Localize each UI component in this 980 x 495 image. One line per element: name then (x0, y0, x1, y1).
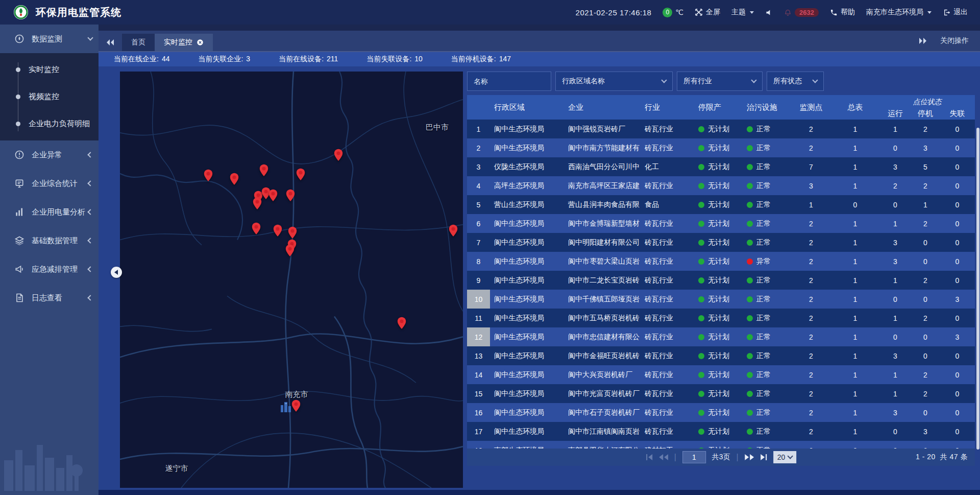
sidebar-item-base-data[interactable]: 基础数据管理 (0, 226, 99, 255)
table-row[interactable]: 5营山生态环境局营山县润丰肉食品有限食品无计划正常10010 (467, 195, 975, 214)
page-size-select[interactable]: 20 (773, 451, 797, 463)
map-pin[interactable] (253, 197, 262, 210)
status-dot-green (698, 221, 704, 227)
table-row[interactable]: 8阆中生态环境局阆中市枣碧大梁山页岩砖瓦行业无计划异常21300 (467, 252, 975, 271)
theme-menu[interactable]: 主题 (731, 8, 754, 17)
map-pin[interactable] (285, 189, 295, 202)
stat-lost-devices: 当前失联设备:10 (366, 55, 422, 64)
cell-index: 11 (467, 309, 490, 327)
cell-run-count: 0 (879, 428, 911, 436)
table-row[interactable]: 14阆中生态环境局阆中大兴页岩机砖厂砖瓦行业无计划正常21120 (467, 365, 975, 384)
close-operations-button[interactable]: 关闭操作 (940, 36, 969, 45)
industry-filter-select[interactable]: 所有行业 (677, 72, 763, 91)
map-pin[interactable] (252, 222, 261, 235)
table-row[interactable]: 18南部生态环境局南部县双华小河有限公建材加工无计划正常60060 (467, 441, 975, 449)
table-row[interactable]: 9阆中生态环境局阆中市二龙长宝页岩砖砖瓦行业无计划正常21120 (467, 271, 975, 290)
region-filter-select[interactable]: 行政区域名称 (555, 72, 673, 91)
cell-meter-count: 1 (831, 257, 879, 266)
tab-realtime-monitor[interactable]: 实时监控 (155, 34, 213, 51)
status-dot-green (747, 372, 753, 378)
logout-button[interactable]: 退出 (943, 8, 968, 17)
close-tab-icon[interactable] (197, 39, 204, 46)
cell-facility-status: 正常 (743, 314, 791, 323)
cell-monitor-count: 2 (791, 314, 831, 322)
cell-industry: 砖瓦行业 (641, 125, 694, 134)
sidebar-subitem-realtime[interactable]: 实时监控 (0, 56, 99, 83)
name-filter-input[interactable] (467, 72, 551, 91)
table-row[interactable]: 4高坪生态环境局南充市高坪区王家店建砖瓦行业无计划正常31220 (467, 176, 975, 195)
sidebar-item-logs[interactable]: 日志查看 (0, 284, 99, 312)
double-chevron-right-icon[interactable] (919, 37, 927, 44)
page-scrollbar-thumb[interactable] (976, 128, 979, 450)
cell-meter-count: 1 (831, 295, 879, 303)
last-page-button[interactable] (760, 454, 767, 460)
map-pin[interactable] (273, 224, 283, 237)
cell-facility-status: 正常 (743, 389, 791, 398)
first-page-button[interactable] (646, 454, 653, 460)
sidebar-item-enterprise-abnormal[interactable]: 企业异常 (0, 140, 99, 169)
status-dot-green (747, 126, 753, 132)
cell-company: 阆中明阳建材有限公司 (564, 238, 641, 247)
sidebar-item-data-monitor[interactable]: 数据监测 (0, 25, 99, 53)
map[interactable]: 巴中市南充市遂宁市 (120, 72, 463, 488)
help-button[interactable]: 帮助 (830, 8, 855, 17)
sidebar-subitem-power-load[interactable]: 企业电力负荷明细 (0, 110, 99, 137)
map-pin[interactable] (449, 224, 458, 237)
table-row[interactable]: 10阆中生态环境局阆中千佛镇五郎垭页岩砖瓦行业无计划正常21003 (467, 290, 975, 309)
table-row[interactable]: 2阆中生态环境局阆中市南方节能建材有砖瓦行业无计划正常21030 (467, 138, 975, 157)
map-pin[interactable] (203, 169, 213, 182)
table-row[interactable]: 1阆中生态环境局阆中强锐页岩砖厂砖瓦行业无计划正常21120 (467, 120, 975, 138)
table-row[interactable]: 3仪陇生态环境局西南油气田分公司川中化工无计划正常71350 (467, 157, 975, 176)
prev-page-button[interactable] (659, 454, 668, 460)
org-menu[interactable]: 南充市生态环境局 (866, 8, 932, 17)
col-run: 运行 (879, 109, 911, 119)
sidebar-subitem-video[interactable]: 视频监控 (0, 83, 99, 110)
fullscreen-button[interactable]: 全屏 (695, 8, 720, 17)
sound-button[interactable] (765, 9, 773, 16)
sidebar-item-enterprise-stats[interactable]: 企业综合统计 (0, 169, 99, 198)
map-pin[interactable] (288, 226, 298, 239)
table-row[interactable]: 7阆中生态环境局阆中明阳建材有限公司砖瓦行业无计划正常21300 (467, 233, 975, 252)
table-row[interactable]: 17阆中生态环境局阆中市江南镇阆南页岩砖瓦行业无计划正常21030 (467, 422, 975, 441)
map-pin[interactable] (285, 244, 295, 257)
map-pin[interactable] (230, 173, 239, 185)
map-pin[interactable] (334, 149, 344, 161)
map-pin[interactable] (291, 399, 301, 412)
tab-home[interactable]: 首页 (122, 34, 155, 51)
sidebar-submenu: 实时监控 视频监控 企业电力负荷明细 (0, 53, 99, 140)
notifications[interactable]: 2632 (784, 8, 819, 17)
table-row[interactable]: 13阆中生态环境局阆中市金福旺页岩机砖砖瓦行业无计划正常21300 (467, 346, 975, 365)
map-pin[interactable] (296, 168, 306, 181)
panel-collapse-handle[interactable] (111, 267, 122, 278)
sidebar-item-emergency[interactable]: 应急减排管理 (0, 255, 99, 284)
cell-monitor-count: 2 (791, 390, 831, 398)
map-pin[interactable] (397, 317, 406, 329)
table-row[interactable]: 11阆中生态环境局阆中市五马桥页岩机砖砖瓦行业无计划正常21120 (467, 309, 975, 327)
cell-monitor-count: 3 (791, 182, 831, 190)
status-filter-select[interactable]: 所有状态 (767, 72, 824, 91)
status-dot-green (747, 334, 753, 340)
stats-bar: 当前在线企业:44 当前失联企业:3 当前在线设备:211 当前失联设备:10 … (99, 52, 980, 66)
cell-region: 高坪生态环境局 (490, 181, 564, 191)
chevron-down-icon (750, 11, 754, 14)
sidebar-item-power-analysis[interactable]: 企业用电量分析 (0, 198, 99, 226)
table-row[interactable]: 16阆中生态环境局阆中市石子页岩机砖厂砖瓦行业无计划正常21300 (467, 403, 975, 422)
app-title: 环保用电监管系统 (36, 6, 121, 19)
cell-monitor-count: 2 (791, 295, 831, 303)
table-row[interactable]: 15阆中生态环境局阆中市光富页岩机砖厂砖瓦行业无计划正常21120 (467, 384, 975, 403)
cell-monitor-count: 2 (791, 239, 831, 247)
map-pin[interactable] (259, 164, 268, 177)
table-row[interactable]: 12阆中生态环境局阆中市忠信建材有限公砖瓦行业无计划正常21003 (467, 327, 975, 346)
page-number-input[interactable] (682, 451, 706, 463)
table-row[interactable]: 6阆中生态环境局阆中市金博瑞新型墙材砖瓦行业无计划正常21120 (467, 214, 975, 233)
main-area: 首页 实时监控 关闭操作 当前在线企业:44 当前失联企业:3 当前在线设备:2… (99, 25, 980, 495)
map-pin[interactable] (268, 189, 278, 202)
cell-halt-count: 2 (911, 220, 940, 228)
stat-online-devices: 当前在线设备:211 (279, 55, 338, 64)
cell-region: 阆中生态环境局 (490, 333, 564, 342)
status-dot-green (698, 258, 704, 265)
cell-run-count: 3 (879, 163, 911, 171)
next-page-button[interactable] (745, 454, 754, 460)
collapse-tabs-button[interactable] (99, 34, 122, 51)
cell-lost-count: 0 (940, 201, 975, 209)
